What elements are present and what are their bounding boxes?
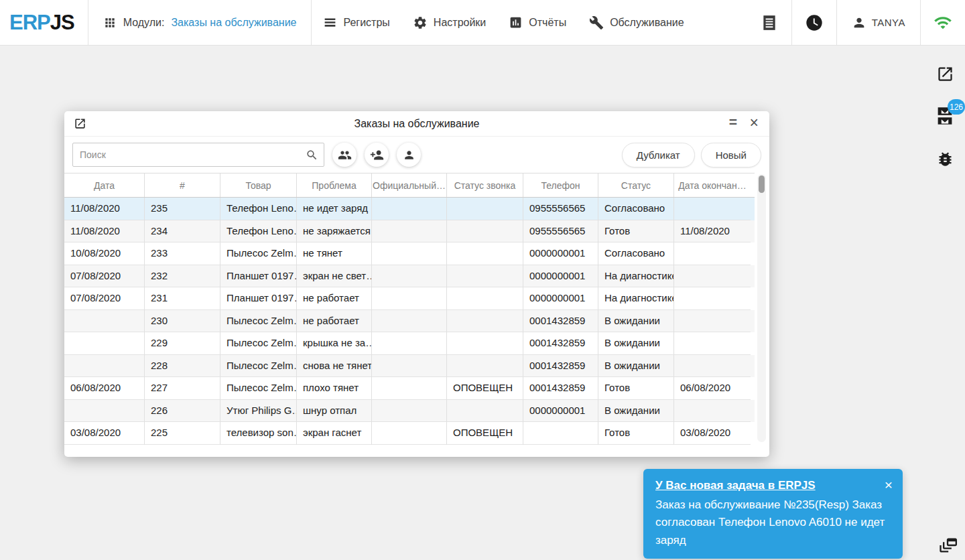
table-row[interactable]: 03/08/2020225телевизор son…экран гаснетО…	[64, 422, 755, 445]
client-button[interactable]	[397, 143, 421, 167]
inbox-shortcut[interactable]: 126	[936, 106, 954, 126]
cell-phone: 0000000001	[523, 287, 598, 310]
service-orders-window: Заказы на обслуживание = × Дубликат	[64, 111, 769, 457]
cell-call	[447, 287, 523, 310]
column-header-call-status[interactable]: Статус звонка	[447, 173, 523, 197]
cell-num: 234	[145, 220, 220, 243]
cell-official	[372, 265, 447, 288]
table-row[interactable]: 226Утюг Philips G…шнур отпал0000000001В …	[64, 400, 755, 423]
cell-end	[674, 242, 751, 265]
cell-product: Утюг Philips G…	[220, 400, 297, 423]
notification-toast[interactable]: У Вас новая задача в ERPJS × Заказ на об…	[643, 469, 903, 559]
toast-close-icon[interactable]: ×	[885, 477, 893, 493]
nav-item-registers[interactable]: Регистры	[312, 15, 401, 29]
cell-product: Пылесос Zelm…	[220, 310, 297, 333]
popout-icon[interactable]	[74, 117, 86, 130]
cell-status: В ожидании	[598, 355, 674, 378]
cell-product: Пылесос Zelm…	[220, 377, 297, 400]
cell-official	[372, 287, 447, 310]
action-buttons: Дубликат Новый	[622, 143, 761, 167]
history-button[interactable]	[792, 0, 836, 45]
table-row[interactable]: 228Пылесос Zelm…снова не тянет0001432859…	[64, 355, 755, 378]
cell-official	[372, 377, 447, 400]
person-icon	[403, 149, 415, 161]
table-row[interactable]: 07/08/2020231Планшет 0197…не работает000…	[64, 287, 755, 310]
cell-problem: экран гаснет	[297, 422, 372, 445]
close-button[interactable]: ×	[750, 114, 759, 132]
table-row[interactable]: 10/08/2020233Пылесос Zelm…не тянет000000…	[64, 242, 755, 265]
cell-status: В ожидании	[598, 332, 674, 355]
column-header-number[interactable]: #	[145, 173, 220, 197]
column-header-status[interactable]: Статус	[598, 173, 674, 197]
table-scrollbar[interactable]	[757, 174, 766, 442]
windows-stack-shortcut[interactable]	[938, 536, 957, 555]
cell-end	[674, 400, 751, 423]
table-body: 11/08/2020235Телефон Leno…не идет заряд0…	[64, 198, 755, 445]
cell-num: 231	[145, 287, 220, 310]
connection-status[interactable]	[921, 0, 965, 45]
cell-date: 11/08/2020	[64, 220, 145, 243]
table-row[interactable]: 07/08/2020232Планшет 0197…экран не свет……	[64, 265, 755, 288]
table-row[interactable]: 229Пылесос Zelm…крышка не за…0001432859В…	[64, 332, 755, 355]
window-toolbar: Дубликат Новый	[64, 137, 769, 173]
active-module-link[interactable]: Заказы на обслуживание	[171, 17, 296, 29]
ledger-icon	[761, 14, 778, 31]
cell-num: 235	[145, 198, 220, 220]
cell-date	[64, 310, 145, 333]
column-header-phone[interactable]: Телефон	[523, 173, 598, 197]
cell-product: Пылесос Zelm…	[220, 242, 297, 265]
user-menu[interactable]: TANYA	[837, 0, 920, 45]
table-row[interactable]: 11/08/2020234Телефон Leno…не заряжается0…	[64, 220, 755, 243]
cell-status: Готов	[598, 422, 674, 445]
registers-icon	[323, 15, 337, 29]
cell-problem: снова не тянет	[297, 355, 372, 378]
nav-item-service[interactable]: Обслуживание	[578, 15, 695, 30]
settings-gear-icon	[413, 15, 428, 30]
table-row[interactable]: 06/08/2020227Пылесос Zelm…плохо тянетОПО…	[64, 377, 755, 400]
cell-product: телевизор son…	[220, 422, 297, 445]
nav-item-settings[interactable]: Настройки	[401, 15, 497, 30]
column-header-date[interactable]: Дата	[64, 173, 145, 197]
cell-end	[674, 332, 751, 355]
table-row[interactable]: 11/08/2020235Телефон Leno…не идет заряд0…	[64, 198, 755, 220]
search-box	[72, 143, 324, 167]
cell-official	[372, 400, 447, 423]
top-nav: Регистры Настройки Отчёты Обслуживание	[312, 15, 695, 30]
cell-end	[674, 265, 751, 288]
ledger-button[interactable]	[747, 0, 791, 45]
bug-report-shortcut[interactable]	[936, 150, 954, 168]
person-add-icon	[370, 148, 384, 162]
column-header-end-date[interactable]: Дата окончан…	[674, 173, 751, 197]
search-input[interactable]	[73, 143, 324, 166]
column-header-product[interactable]: Товар	[220, 173, 297, 197]
new-button[interactable]: Новый	[701, 143, 761, 167]
cell-status: Согласовано	[598, 198, 674, 220]
cell-call	[447, 332, 523, 355]
cell-date	[64, 355, 145, 378]
cell-problem: не работает	[297, 287, 372, 310]
modules-grid-icon[interactable]	[103, 16, 117, 29]
nav-item-reports[interactable]: Отчёты	[497, 15, 578, 29]
cell-status: На диагностике	[598, 287, 674, 310]
column-header-official[interactable]: Официальный…	[372, 173, 447, 197]
duplicate-button[interactable]: Дубликат	[622, 143, 695, 167]
table-header-row: Дата # Товар Проблема Официальный… Стату…	[64, 173, 755, 198]
column-header-problem[interactable]: Проблема	[297, 173, 372, 197]
add-client-button[interactable]	[365, 143, 389, 167]
open-in-new-shortcut[interactable]	[936, 65, 954, 83]
cell-num: 225	[145, 422, 220, 445]
cell-phone: 0001432859	[523, 377, 598, 400]
user-icon	[852, 15, 866, 30]
clients-group-button[interactable]	[332, 143, 357, 167]
toast-title-link[interactable]: У Вас новая задача в ERPJS	[655, 479, 871, 492]
nav-item-label: Отчёты	[529, 17, 566, 29]
wrench-icon	[589, 15, 604, 30]
scrollbar-thumb[interactable]	[759, 176, 765, 193]
minimize-button[interactable]: =	[729, 114, 737, 130]
cell-num: 227	[145, 377, 220, 400]
cell-date: 07/08/2020	[64, 265, 145, 288]
cell-call	[447, 198, 523, 220]
table-row[interactable]: 230Пылесос Zelm…не работает0001432859В о…	[64, 310, 755, 333]
cell-official	[372, 422, 447, 445]
cell-call	[447, 220, 523, 243]
